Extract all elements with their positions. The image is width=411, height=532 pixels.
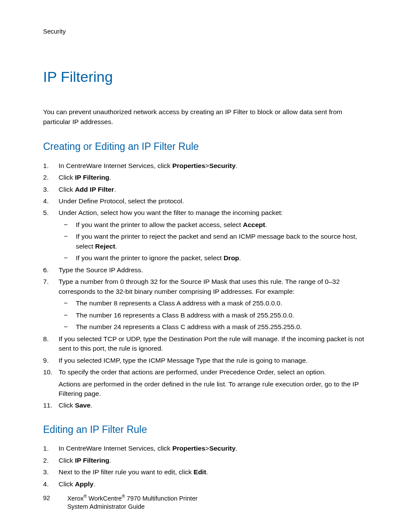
step-text: In CentreWare Internet Services, click [59,445,172,452]
page-number: 92 [43,494,50,503]
step-text: If you want the printer to allow the pac… [76,221,243,228]
step-text: . [114,186,116,193]
step-text: Click [59,401,75,409]
sub-list: If you want the printer to allow the pac… [59,220,370,263]
step-item: To specify the order that actions are pe… [43,367,370,398]
sub-item: The number 8 represents a Class A addres… [59,299,370,308]
running-header: Security [43,27,370,36]
bold-text: Security [209,445,236,452]
bold-text: IP Filtering [75,457,109,464]
step-text: Actions are performed in the order defin… [59,380,370,399]
section-heading-edit: Editing an IP Filter Rule [43,423,370,437]
steps-list-edit: In CentreWare Internet Services, click P… [43,444,370,489]
step-text: Under Action, select how you want the fi… [59,209,283,216]
sub-list: The number 8 represents a Class A addres… [59,299,370,332]
product-footer: Xerox® WorkCentre® 7970 Multifunction Pr… [67,494,197,511]
step-item: Click IP Filtering. [43,456,370,465]
sub-item: If you want the printer to reject the pa… [59,232,370,251]
footer-text: System Administrator Guide [67,503,197,511]
footer-text: 7970 Multifunction Printer [125,495,197,502]
step-text: . [236,162,237,169]
step-text: If you want the printer to ignore the pa… [76,254,224,261]
step-item: In CentreWare Internet Services, click P… [43,444,370,453]
step-text: . [206,468,208,476]
bold-text: IP Filtering [75,174,109,181]
step-text: . [265,221,267,228]
footer-text: WorkCentre [87,495,122,502]
step-text: > [206,162,209,169]
section-heading-create: Creating or Editing an IP Filter Rule [43,140,370,154]
step-item: Click IP Filtering. [43,173,370,182]
bold-text: Security [209,162,236,169]
bold-text: Reject [95,243,115,250]
registered-icon: ® [122,494,125,499]
step-text: . [90,401,92,409]
step-text: To specify the order that actions are pe… [59,368,326,376]
step-text: If you want the printer to reject the pa… [76,233,357,249]
step-item: If you selected TCP or UDP, type the Des… [43,334,370,354]
step-text: . [109,457,111,464]
sub-item: If you want the printer to ignore the pa… [59,253,370,263]
step-text: . [93,480,95,488]
page-title: IP Filtering [43,66,370,87]
bold-text: Apply [75,480,93,488]
step-text: Click [59,174,75,181]
footer-text: Xerox [67,495,84,502]
step-text: In CentreWare Internet Services, click [59,162,172,169]
step-item: Under Action, select how you want the fi… [43,208,370,263]
step-text: . [109,174,111,181]
bold-text: Add IP Filter [75,186,114,193]
step-text: Click [59,457,75,464]
step-item: Next to the IP filter rule you want to e… [43,467,370,477]
step-text: . [239,254,241,261]
registered-icon: ® [84,494,87,499]
intro-paragraph: You can prevent unauthorized network acc… [43,107,370,127]
step-text: . [236,445,237,452]
steps-list-create: In CentreWare Internet Services, click P… [43,161,370,411]
step-item: Click Apply. [43,479,370,489]
step-text: > [206,445,209,452]
sub-item: If you want the printer to allow the pac… [59,220,370,230]
step-item: In CentreWare Internet Services, click P… [43,161,370,171]
step-text: Click [59,186,75,193]
bold-text: Drop [224,254,239,261]
step-text: Click [59,480,75,488]
step-item: Type the Source IP Address. [43,265,370,275]
step-text: . [115,243,117,250]
bold-text: Save [75,401,90,409]
bold-text: Accept [243,221,265,228]
step-item: Type a number from 0 through 32 for the … [43,277,370,332]
step-item: Click Save. [43,401,370,410]
sub-item: The number 24 represents a Class C addre… [59,322,370,332]
step-text: Next to the IP filter rule you want to e… [59,468,193,476]
step-item: Click Add IP Filter. [43,185,370,194]
sub-item: The number 16 represents a Class B addre… [59,311,370,320]
bold-text: Properties [172,445,206,452]
page-footer: 92 Xerox® WorkCentre® 7970 Multifunction… [43,494,198,511]
step-text: Type a number from 0 through 32 for the … [59,278,340,295]
bold-text: Edit [193,468,206,476]
step-item: Under Define Protocol, select the protoc… [43,196,370,206]
bold-text: Properties [172,162,206,169]
step-item: If you selected ICMP, type the ICMP Mess… [43,356,370,365]
